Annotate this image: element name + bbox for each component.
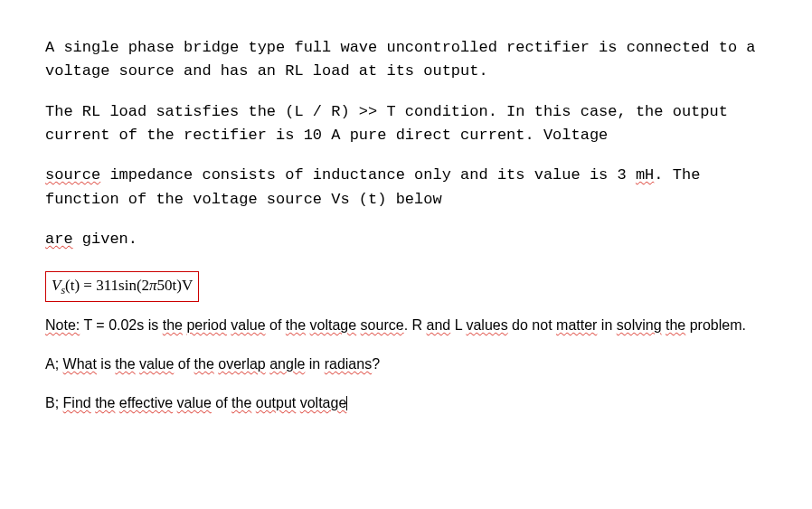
spell-error: the	[95, 395, 115, 410]
spell-error: radians	[325, 356, 372, 372]
text: . R	[404, 317, 427, 333]
spell-error: voltage	[300, 395, 347, 410]
text: do not	[508, 317, 556, 333]
spell-error: the	[163, 317, 183, 333]
text: of	[212, 395, 231, 410]
spell-error: source	[45, 166, 100, 184]
spell-error: solving	[617, 317, 662, 333]
text: is	[97, 356, 115, 372]
text-cursor	[346, 396, 347, 410]
spell-error: period	[186, 317, 226, 333]
formula-pi: π	[149, 277, 157, 294]
spell-error: value	[139, 356, 174, 372]
spell-error: overlap	[218, 356, 265, 372]
formula: Vs(t) = 311sin(2π50t)V	[52, 277, 193, 294]
spell-error: effective	[119, 395, 173, 410]
spell-error: the	[286, 317, 306, 333]
text: of	[174, 356, 194, 372]
note-prefix: Note:	[45, 317, 80, 333]
note-line: Note: T = 0.02s is the period value of t…	[45, 315, 767, 337]
text: of	[266, 317, 286, 333]
spell-error: the	[231, 395, 251, 410]
spell-error: the	[194, 356, 214, 372]
spell-error: the	[115, 356, 135, 372]
spell-error: and	[427, 317, 451, 333]
spell-error: output	[256, 395, 296, 410]
text: T = 0.02s is	[80, 317, 162, 333]
spell-error: mH	[636, 166, 654, 184]
paragraph-1: A single phase bridge type full wave unc…	[45, 36, 767, 84]
spell-error: value	[231, 317, 265, 333]
text: ?	[372, 356, 380, 372]
spell-error: values	[466, 317, 507, 333]
text: impedance consists of inductance only an…	[100, 166, 636, 184]
spell-error: source	[361, 317, 404, 333]
spell-error: value	[177, 395, 212, 410]
formula-V: V	[52, 277, 61, 294]
text: given.	[73, 231, 137, 248]
paragraph-3: source impedance consists of inductance …	[45, 164, 767, 212]
question-a: A; What is the value of the overlap angl…	[45, 353, 767, 376]
text: in	[305, 356, 324, 372]
paragraph-2: The RL load satisfies the (L / R) >> T c…	[45, 100, 767, 148]
spell-error: matter	[556, 317, 597, 333]
text: in	[597, 317, 616, 333]
paragraph-4: are given.	[45, 228, 767, 251]
spell-error: angle	[269, 356, 305, 372]
text: problem.	[685, 317, 746, 333]
qB-prefix: B;	[45, 395, 63, 410]
spell-error: What	[63, 356, 97, 372]
question-b: B; Find the effective value of the outpu…	[45, 392, 767, 415]
spell-error: voltage	[310, 317, 357, 333]
spell-error: are	[45, 231, 73, 248]
spell-error: Find	[63, 395, 91, 410]
formula-func: (t) = 311sin(2	[65, 277, 149, 294]
formula-box: Vs(t) = 311sin(2π50t)V	[45, 271, 199, 302]
spell-error: the	[666, 317, 685, 333]
qA-prefix: A;	[45, 356, 63, 372]
text: L	[450, 317, 466, 333]
formula-tail: 50t)V	[157, 277, 194, 294]
